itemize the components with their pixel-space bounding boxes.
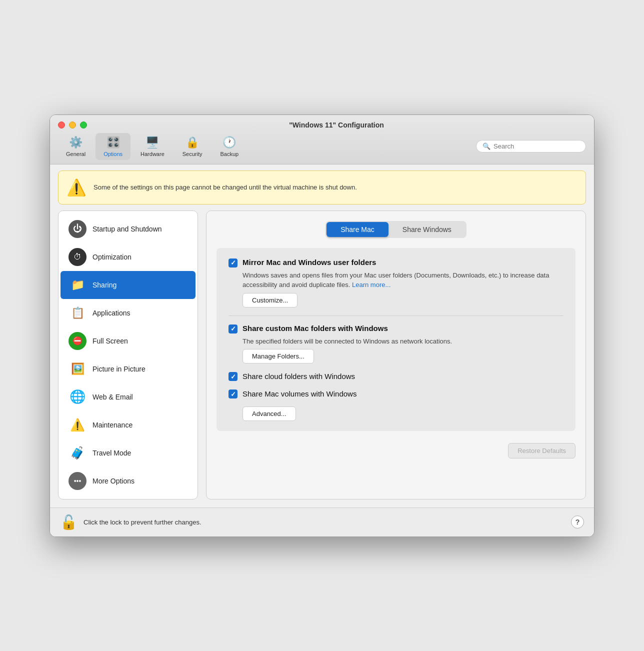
option-mirror-header: Mirror Mac and Windows user folders <box>228 258 564 268</box>
window-title: "Windows 11" Configuration <box>87 121 586 129</box>
sidebar: ⏻ Startup and Shutdown ⏱ Optimization 📁 … <box>58 210 198 500</box>
warning-text: Some of the settings on this page cannot… <box>94 184 357 191</box>
restore-area: Restore Defaults <box>216 443 576 458</box>
option-share-custom-header: Share custom Mac folders with Windows <box>228 324 564 334</box>
lock-section: 🔓 Click the lock to prevent further chan… <box>60 514 202 530</box>
tab-security[interactable]: 🔒 Security <box>174 133 210 160</box>
travel-icon: 🧳 <box>68 444 86 462</box>
applications-icon: 📋 <box>68 304 86 322</box>
tab-options[interactable]: 🎛️ Options <box>96 133 130 160</box>
tab-hardware[interactable]: 🖥️ Hardware <box>132 133 172 160</box>
search-box[interactable]: 🔍 <box>476 140 586 152</box>
warning-icon: ⚠️ <box>66 178 86 197</box>
traffic-lights <box>58 122 87 128</box>
lock-text: Click the lock to prevent further change… <box>84 518 202 526</box>
sidebar-item-startup[interactable]: ⏻ Startup and Shutdown <box>60 215 196 243</box>
advanced-button[interactable]: Advanced... <box>242 406 296 421</box>
bottom-bar: 🔓 Click the lock to prevent further chan… <box>50 508 594 536</box>
option-share-volumes: Share Mac volumes with Windows <box>228 389 564 398</box>
optimization-icon: ⏱ <box>68 248 86 266</box>
security-icon: 🔒 <box>186 136 199 149</box>
sidebar-item-pip[interactable]: 🖼️ Picture in Picture <box>60 355 196 383</box>
divider-1 <box>228 316 564 316</box>
option-share-cloud: Share cloud folders with Windows <box>228 372 564 381</box>
manage-folders-button[interactable]: Manage Folders... <box>242 349 314 364</box>
tab-switcher: Share Mac Share Windows <box>216 221 576 238</box>
maximize-button[interactable] <box>80 122 87 128</box>
sharing-icon: 📁 <box>68 276 86 294</box>
maintenance-icon: ⚠️ <box>68 416 86 434</box>
option-share-cloud-inline: Share cloud folders with Windows <box>228 372 564 381</box>
pip-icon: 🖼️ <box>68 360 86 378</box>
option-mirror-desc: Windows saves and opens files from your … <box>228 270 564 290</box>
learn-more-link[interactable]: Learn more... <box>352 281 390 288</box>
tab-group: Share Mac Share Windows <box>326 221 466 238</box>
sidebar-item-web[interactable]: 🌐 Web & Email <box>60 383 196 411</box>
option-mirror-title: Mirror Mac and Windows user folders <box>242 258 376 266</box>
sidebar-label-maintenance: Maintenance <box>92 421 132 429</box>
checkbox-share-cloud[interactable] <box>228 372 238 381</box>
minimize-button[interactable] <box>69 122 76 128</box>
option-share-custom-title: Share custom Mac folders with Windows <box>242 324 388 332</box>
backup-icon: 🕐 <box>222 136 236 149</box>
checkbox-share-volumes[interactable] <box>228 390 238 398</box>
search-input[interactable] <box>494 142 580 150</box>
options-area: Mirror Mac and Windows user folders Wind… <box>216 248 576 432</box>
lock-icon[interactable]: 🔓 <box>60 514 78 530</box>
tab-share-mac[interactable]: Share Mac <box>326 222 388 237</box>
more-icon: ••• <box>68 472 86 490</box>
sidebar-label-optimization: Optimization <box>92 253 132 261</box>
option-share-custom: Share custom Mac folders with Windows Th… <box>228 324 564 364</box>
sidebar-label-startup: Startup and Shutdown <box>92 225 162 233</box>
hardware-icon: 🖥️ <box>146 136 159 149</box>
option-share-volumes-title: Share Mac volumes with Windows <box>242 390 356 398</box>
checkbox-share-custom[interactable] <box>228 324 238 334</box>
toolbar: ⚙️ General 🎛️ Options 🖥️ Hardware 🔒 Secu… <box>58 133 586 164</box>
web-icon: 🌐 <box>68 388 86 406</box>
titlebar: "Windows 11" Configuration ⚙️ General 🎛️… <box>50 115 594 164</box>
option-mirror-folders: Mirror Mac and Windows user folders Wind… <box>228 258 564 308</box>
startup-icon: ⏻ <box>68 220 86 238</box>
toolbar-buttons: ⚙️ General 🎛️ Options 🖥️ Hardware 🔒 Secu… <box>58 133 246 160</box>
checkbox-mirror[interactable] <box>228 258 238 268</box>
sidebar-item-maintenance[interactable]: ⚠️ Maintenance <box>60 411 196 439</box>
option-share-volumes-inline: Share Mac volumes with Windows <box>228 389 564 398</box>
sidebar-label-fullscreen: Full Screen <box>92 337 128 345</box>
sidebar-item-sharing[interactable]: 📁 Sharing <box>60 271 196 299</box>
sidebar-item-applications[interactable]: 📋 Applications <box>60 299 196 327</box>
close-button[interactable] <box>58 122 65 128</box>
sidebar-label-travel: Travel Mode <box>92 449 131 457</box>
sidebar-item-fullscreen[interactable]: ⛔ Full Screen <box>60 327 196 355</box>
help-button[interactable]: ? <box>571 516 584 528</box>
option-share-custom-desc: The specified folders will be connected … <box>228 336 564 346</box>
option-share-cloud-title: Share cloud folders with Windows <box>242 372 355 380</box>
tab-general[interactable]: ⚙️ General <box>58 133 94 160</box>
sidebar-item-more[interactable]: ••• More Options <box>60 467 196 495</box>
restore-defaults-button[interactable]: Restore Defaults <box>508 443 576 458</box>
search-icon: 🔍 <box>482 142 490 150</box>
fullscreen-icon: ⛔ <box>68 332 86 350</box>
sidebar-item-optimization[interactable]: ⏱ Optimization <box>60 243 196 271</box>
right-panel: Share Mac Share Windows Mirror Mac and W… <box>206 210 586 500</box>
main-content: ⏻ Startup and Shutdown ⏱ Optimization 📁 … <box>58 210 586 500</box>
warning-banner: ⚠️ Some of the settings on this page can… <box>58 170 586 204</box>
tab-backup[interactable]: 🕐 Backup <box>212 133 247 160</box>
tab-share-windows[interactable]: Share Windows <box>388 222 466 237</box>
customize-button[interactable]: Customize... <box>242 293 298 308</box>
main-window: "Windows 11" Configuration ⚙️ General 🎛️… <box>50 114 594 537</box>
sidebar-label-sharing: Sharing <box>92 281 116 289</box>
sidebar-label-pip: Picture in Picture <box>92 365 146 373</box>
sidebar-item-travel[interactable]: 🧳 Travel Mode <box>60 439 196 467</box>
sidebar-label-web: Web & Email <box>92 393 133 401</box>
sidebar-label-more: More Options <box>92 477 134 485</box>
sidebar-label-applications: Applications <box>92 309 130 317</box>
general-icon: ⚙️ <box>69 136 82 149</box>
options-icon: 🎛️ <box>106 136 120 149</box>
